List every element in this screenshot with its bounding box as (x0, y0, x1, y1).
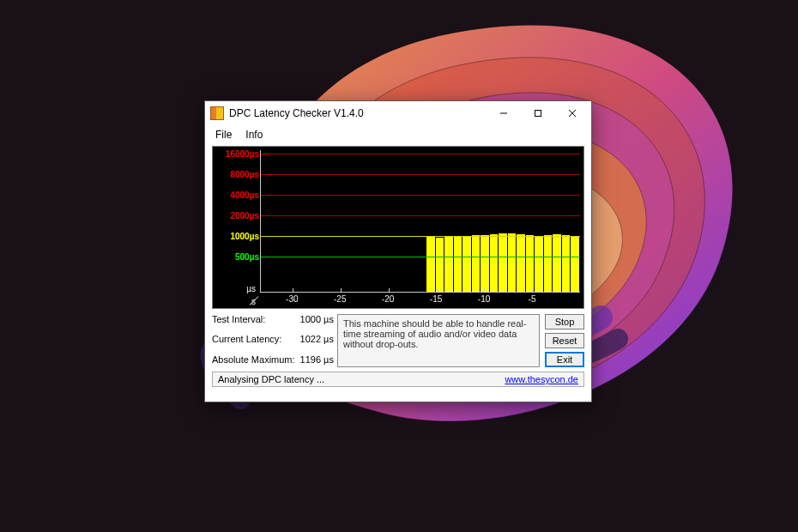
grid-line (261, 174, 580, 175)
absolute-max-value: 1196 µs (300, 354, 334, 367)
grid-line (261, 236, 580, 237)
current-latency-value: 1022 µs (300, 334, 334, 347)
stats-grid: Test Interval: 1000 µs Current Latency: … (212, 314, 332, 367)
grid-line (261, 195, 580, 196)
latency-bar (562, 235, 571, 292)
message-box: This machine should be able to handle re… (337, 314, 540, 367)
x-tick-label: -15 (430, 294, 442, 304)
x-tick-label: -5 (529, 294, 536, 304)
reset-button[interactable]: Reset (545, 333, 584, 348)
latency-bar (526, 235, 535, 292)
latency-bar (426, 237, 435, 292)
info-panel: Test Interval: 1000 µs Current Latency: … (212, 314, 584, 367)
x-tick-mark (389, 288, 390, 293)
x-axis-unit: s (251, 297, 256, 306)
x-tick-mark (437, 288, 438, 293)
menubar: File Info (205, 125, 591, 146)
close-button[interactable] (555, 104, 589, 123)
latency-bar (481, 235, 489, 292)
test-interval-value: 1000 µs (300, 314, 334, 327)
titlebar[interactable]: DPC Latency Checker V1.4.0 (205, 101, 591, 125)
x-tick-mark (532, 288, 533, 293)
latency-bar (472, 235, 481, 292)
latency-bar (544, 235, 553, 292)
latency-bar (508, 233, 517, 292)
latency-bar (490, 234, 499, 292)
latency-bar (535, 236, 543, 292)
menu-file[interactable]: File (210, 127, 237, 142)
x-tick-mark (293, 288, 293, 293)
svg-rect-1 (535, 111, 541, 117)
grid-line (261, 257, 580, 257)
axis-unit-block: µs s (216, 284, 257, 308)
minimize-button[interactable] (487, 104, 521, 123)
current-latency-label: Current Latency: (212, 334, 295, 347)
y-tick-label: 8000µs (230, 170, 259, 179)
grid-line (261, 215, 580, 216)
y-tick-label: 2000µs (230, 211, 259, 221)
y-tick-label: 500µs (235, 252, 259, 262)
stop-button[interactable]: Stop (545, 314, 584, 329)
x-tick-label: -20 (382, 294, 394, 304)
x-tick-mark (484, 288, 485, 293)
latency-bar (454, 236, 462, 292)
status-text: Analysing DPC latency ... (218, 374, 505, 384)
latency-bar (444, 237, 453, 292)
test-interval-label: Test Interval: (212, 314, 295, 327)
absolute-max-label: Absolute Maximum: (212, 354, 295, 367)
latency-bar (499, 233, 507, 292)
latency-bar (571, 236, 579, 292)
vendor-link[interactable]: www.thesycon.de (505, 374, 578, 384)
app-window: DPC Latency Checker V1.4.0 File Info 160… (204, 100, 592, 402)
latency-bar (462, 236, 471, 292)
x-tick-mark (341, 288, 342, 293)
maximize-button[interactable] (521, 104, 555, 123)
menu-info[interactable]: Info (240, 127, 268, 142)
window-title: DPC Latency Checker V1.4.0 (229, 107, 487, 119)
x-tick-label: -30 (286, 294, 298, 304)
y-axis-unit: µs (246, 284, 256, 293)
y-tick-label: 1000µs (230, 232, 259, 241)
statusbar: Analysing DPC latency ... www.thesycon.d… (212, 372, 584, 387)
y-tick-label: 16000µs (226, 149, 259, 159)
y-tick-label: 4000µs (230, 190, 259, 200)
x-tick-label: -10 (478, 294, 490, 304)
latency-bar (553, 234, 561, 292)
latency-bar (436, 238, 444, 292)
grid-line (261, 154, 580, 154)
latency-bar (517, 234, 525, 292)
exit-button[interactable]: Exit (545, 352, 584, 367)
app-icon (210, 106, 224, 120)
x-tick-label: -25 (334, 294, 346, 304)
latency-chart: 16000µs8000µs4000µs2000µs1000µs500µs µs … (212, 146, 584, 309)
